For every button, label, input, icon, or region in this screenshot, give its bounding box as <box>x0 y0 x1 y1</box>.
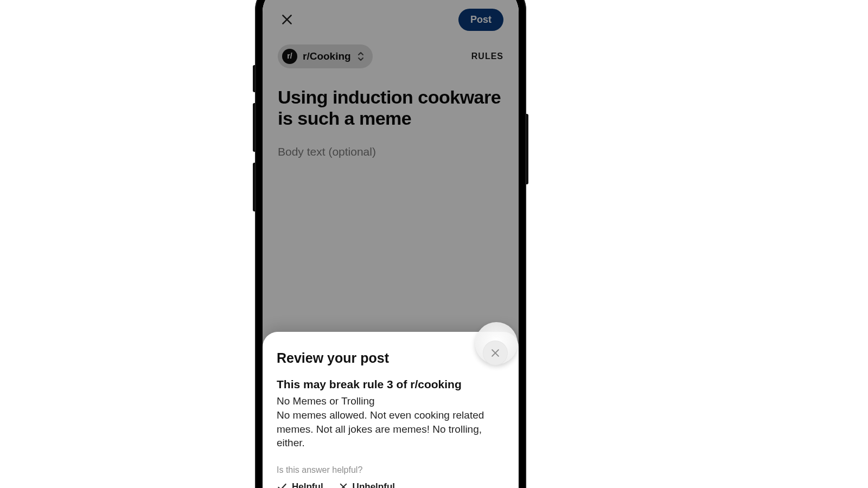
phone-side-button <box>253 65 255 92</box>
review-post-sheet: Review your post This may break rule 3 o… <box>263 332 519 488</box>
helpful-label: Helpful <box>292 481 323 488</box>
unhelpful-label: Unhelpful <box>353 481 395 488</box>
phone-frame: Post r/ r/Cooking RULES <box>255 0 526 488</box>
phone-side-button <box>526 114 528 184</box>
rule-name: No Memes or Trolling <box>277 395 505 407</box>
sheet-heading: Review your post <box>277 350 505 366</box>
rule-description: No memes allowed. Not even cooking relat… <box>277 408 494 450</box>
phone-screen: Post r/ r/Cooking RULES <box>263 0 519 488</box>
sheet-close-button[interactable] <box>483 341 508 365</box>
unhelpful-button[interactable]: Unhelpful <box>339 481 395 488</box>
helpful-button[interactable]: Helpful <box>277 481 323 488</box>
check-icon <box>277 481 288 488</box>
feedback-row: Helpful Unhelpful <box>277 481 505 488</box>
stage: Post r/ r/Cooking RULES <box>0 0 868 488</box>
sheet-subtitle: This may break rule 3 of r/cooking <box>277 378 505 391</box>
feedback-prompt: Is this answer helpful? <box>277 465 505 475</box>
close-icon <box>490 348 501 358</box>
phone-side-button <box>253 163 255 211</box>
phone-side-button <box>253 103 255 152</box>
x-icon <box>339 482 348 488</box>
